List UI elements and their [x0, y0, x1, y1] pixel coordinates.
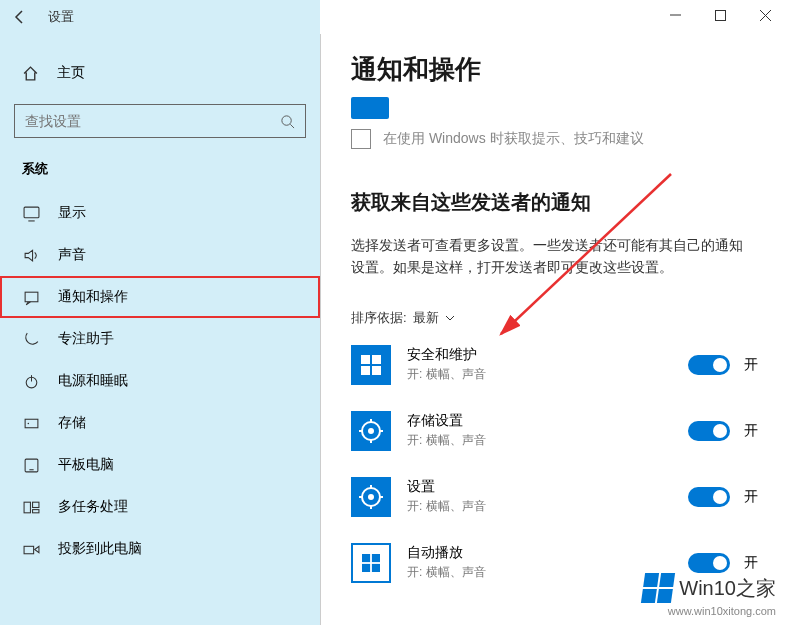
partial-toggle-row	[351, 97, 758, 119]
svg-line-5	[290, 124, 294, 128]
sender-app-icon	[351, 411, 391, 451]
svg-rect-17	[32, 509, 38, 512]
sender-app-icon	[351, 345, 391, 385]
svg-rect-36	[372, 554, 380, 562]
titlebar: 设置	[0, 0, 788, 34]
close-icon	[760, 10, 771, 21]
search-icon	[280, 114, 295, 129]
section-description: 选择发送者可查看更多设置。一些发送者还可能有其自己的通知设置。如果是这样，打开发…	[351, 234, 751, 279]
sender-sub: 开: 横幅、声音	[407, 498, 672, 515]
svg-rect-37	[362, 564, 370, 572]
svg-point-4	[282, 115, 291, 124]
chevron-down-icon	[445, 313, 455, 323]
notifications-icon	[22, 289, 40, 306]
sender-toggle[interactable]	[688, 487, 730, 507]
svg-rect-38	[372, 564, 380, 572]
svg-rect-20	[372, 355, 381, 364]
arrow-left-icon	[12, 9, 28, 25]
sidebar-item-project[interactable]: 投影到此电脑	[0, 528, 320, 570]
maximize-button[interactable]	[698, 0, 743, 30]
tips-checkbox-label: 在使用 Windows 时获取提示、技巧和建议	[383, 130, 644, 148]
window-controls	[653, 0, 788, 30]
back-button[interactable]	[0, 9, 40, 25]
page-title: 通知和操作	[351, 52, 758, 87]
sender-app-icon	[351, 477, 391, 517]
windows-logo-icon	[641, 573, 675, 603]
svg-point-24	[368, 428, 374, 434]
sidebar-item-tablet[interactable]: 平板电脑	[0, 444, 320, 486]
content-area: 通知和操作 在使用 Windows 时获取提示、技巧和建议 获取来自这些发送者的…	[320, 34, 788, 625]
close-button[interactable]	[743, 0, 788, 30]
sidebar-item-focus[interactable]: 专注助手	[0, 318, 320, 360]
sender-sub: 开: 横幅、声音	[407, 564, 672, 581]
svg-rect-35	[362, 554, 370, 562]
sidebar-item-notifications[interactable]: 通知和操作	[0, 276, 320, 318]
project-icon	[22, 541, 40, 558]
home-label: 主页	[57, 64, 85, 82]
sender-app-icon	[351, 543, 391, 583]
svg-rect-18	[24, 546, 34, 553]
sound-icon	[22, 247, 40, 264]
sidebar-item-label: 专注助手	[58, 330, 114, 348]
svg-rect-8	[25, 292, 38, 302]
sort-dropdown[interactable]: 排序依据: 最新	[351, 309, 758, 327]
sender-toggle[interactable]	[688, 421, 730, 441]
watermark-url: www.win10xitong.com	[643, 605, 776, 617]
sidebar-item-storage[interactable]: 存储	[0, 402, 320, 444]
sidebar-item-display[interactable]: 显示	[0, 192, 320, 234]
sender-toggle[interactable]	[688, 553, 730, 573]
sidebar-item-multitask[interactable]: 多任务处理	[0, 486, 320, 528]
sort-value: 最新	[413, 309, 439, 327]
sidebar-item-power[interactable]: 电源和睡眠	[0, 360, 320, 402]
sidebar-item-label: 存储	[58, 414, 86, 432]
toggle-state-label: 开	[744, 554, 758, 572]
sender-sub: 开: 横幅、声音	[407, 432, 672, 449]
watermark: Win10之家 www.win10xitong.com	[643, 573, 776, 617]
sidebar-item-label: 显示	[58, 204, 86, 222]
sender-row[interactable]: 设置开: 横幅、声音开	[351, 477, 758, 517]
tips-checkbox-row[interactable]: 在使用 Windows 时获取提示、技巧和建议	[351, 129, 758, 149]
toggle-state-label: 开	[744, 422, 758, 440]
home-icon	[22, 65, 39, 82]
toggle-state-label: 开	[744, 488, 758, 506]
sidebar-item-label: 通知和操作	[58, 288, 128, 306]
search-input[interactable]	[25, 113, 280, 129]
sidebar-item-label: 投影到此电脑	[58, 540, 142, 558]
sender-row[interactable]: 安全和维护开: 横幅、声音开	[351, 345, 758, 385]
sender-toggle[interactable]	[688, 355, 730, 375]
sender-sub: 开: 横幅、声音	[407, 366, 672, 383]
sender-name: 设置	[407, 478, 672, 496]
svg-rect-15	[24, 502, 30, 513]
sidebar-item-sound[interactable]: 声音	[0, 234, 320, 276]
sidebar-item-label: 平板电脑	[58, 456, 114, 474]
sidebar-item-label: 声音	[58, 246, 86, 264]
minimize-button[interactable]	[653, 0, 698, 30]
svg-rect-19	[361, 355, 370, 364]
focus-icon	[22, 331, 40, 348]
home-button[interactable]: 主页	[0, 54, 320, 92]
display-icon	[22, 205, 40, 222]
sidebar-item-label: 多任务处理	[58, 498, 128, 516]
svg-point-30	[368, 494, 374, 500]
svg-rect-11	[25, 419, 38, 428]
checkbox-icon[interactable]	[351, 129, 371, 149]
minimize-icon	[670, 10, 681, 21]
tablet-icon	[22, 457, 40, 474]
svg-point-12	[27, 422, 28, 423]
sort-label: 排序依据:	[351, 309, 407, 327]
sender-name: 安全和维护	[407, 346, 672, 364]
svg-rect-6	[24, 207, 39, 218]
power-icon	[22, 373, 40, 390]
sender-name: 自动播放	[407, 544, 672, 562]
section-subhead: 获取来自这些发送者的通知	[351, 189, 758, 216]
svg-rect-21	[361, 366, 370, 375]
sidebar-item-label: 电源和睡眠	[58, 372, 128, 390]
sidebar: 主页 系统 显示声音通知和操作专注助手电源和睡眠存储平板电脑多任务处理投影到此电…	[0, 34, 320, 625]
search-box[interactable]	[14, 104, 306, 138]
multitask-icon	[22, 499, 40, 516]
sender-name: 存储设置	[407, 412, 672, 430]
storage-icon	[22, 415, 40, 432]
svg-rect-22	[372, 366, 381, 375]
sender-row[interactable]: 存储设置开: 横幅、声音开	[351, 411, 758, 451]
toggle-state-label: 开	[744, 356, 758, 374]
